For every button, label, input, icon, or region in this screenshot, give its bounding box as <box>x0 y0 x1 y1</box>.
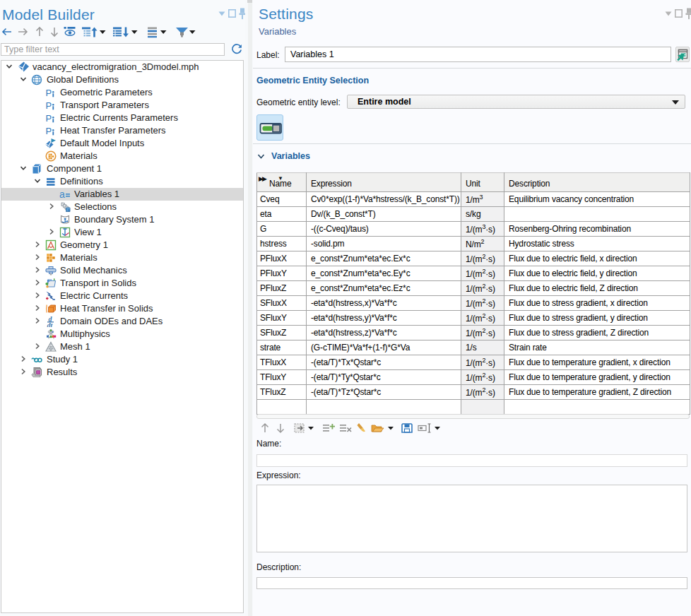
svg-text:P: P <box>46 113 52 124</box>
svg-text:P: P <box>46 100 52 111</box>
svg-text:a: a <box>59 189 65 200</box>
svg-text:dt: dt <box>47 321 54 328</box>
svg-text:P: P <box>46 88 52 98</box>
svg-text:P: P <box>46 126 52 136</box>
